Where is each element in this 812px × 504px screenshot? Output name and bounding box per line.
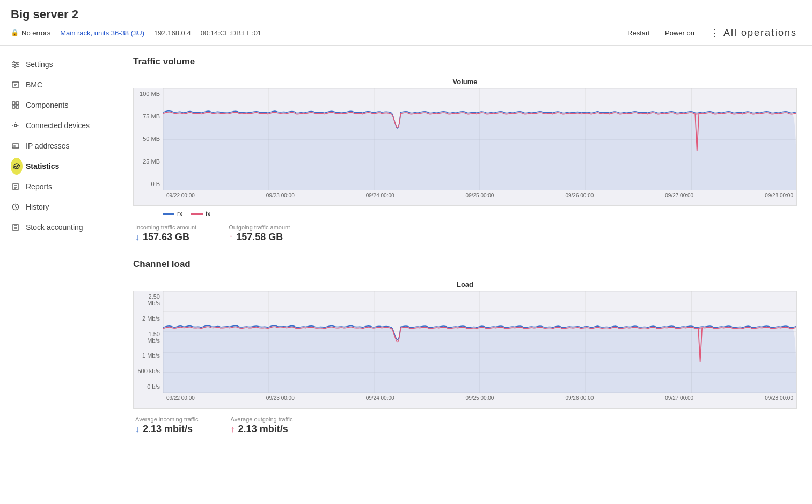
components-icon [11,100,20,110]
restart-button[interactable]: Restart [623,27,654,39]
reports-icon [11,182,20,191]
sidebar-item-bmc[interactable]: BMC [0,75,118,95]
sidebar-item-history[interactable]: History [0,197,118,217]
svg-text:IP: IP [13,145,16,148]
settings-icon [11,60,20,69]
ip-icon: IP [11,141,20,151]
ip-info: 192.168.0.4 [154,29,191,37]
down-arrow-icon: ↓ [135,233,140,242]
sidebar: Settings BMC Comp [0,46,118,504]
sidebar-item-settings[interactable]: Settings [0,54,118,75]
svg-rect-9 [12,102,15,105]
incoming-label: Incoming traffic amount [135,224,196,231]
main-content: Traffic volume Volume 100 MB 75 MB 50 MB… [118,46,812,504]
avg-outgoing-value: ↑ 2.13 mbit/s [231,424,293,435]
volume-chart: 100 MB 75 MB 50 MB 25 MB 0 B [133,88,797,206]
volume-x-axis: 09/22 00:00 09/23 00:00 09/24 00:00 09/2… [163,190,796,205]
volume-stats: Incoming traffic amount ↓ 157.63 GB Outg… [133,224,797,243]
channel-load-title: Channel load [133,259,797,270]
volume-plot [163,88,796,190]
mac-info: 00:14:CF:DB:FE:01 [201,29,261,37]
sidebar-label-connected-devices: Connected devices [26,121,90,130]
sidebar-label-components: Components [26,101,68,109]
sidebar-item-reports[interactable]: Reports [0,176,118,197]
lock-icon: 🔒 [11,29,19,36]
svg-rect-11 [12,106,15,108]
avg-incoming-stat: Average incoming traffic ↓ 2.13 mbit/s [135,416,199,435]
outgoing-stat: Outgoing traffic amount ↑ 157.58 GB [229,224,290,243]
sidebar-item-connected-devices[interactable]: Connected devices [0,115,118,136]
avg-incoming-value: ↓ 2.13 mbit/s [135,424,199,435]
tx-line [191,213,203,215]
traffic-volume-title: Traffic volume [133,56,797,67]
avg-incoming-label: Average incoming traffic [135,416,199,423]
more-icon: ⋮ [709,27,720,38]
outgoing-value: ↑ 157.58 GB [229,232,290,243]
sidebar-label-ip-addresses: IP addresses [26,142,69,150]
rx-legend: rx [163,210,182,218]
load-x-axis: 09/22 00:00 09/23 00:00 09/24 00:00 09/2… [163,393,796,408]
volume-y-axis: 100 MB 75 MB 50 MB 25 MB 0 B [134,88,163,189]
rx-line [163,213,174,215]
sidebar-item-components[interactable]: Components [0,95,118,115]
svg-point-13 [14,124,17,127]
sidebar-label-history: History [26,203,49,211]
svg-rect-12 [16,106,19,108]
bmc-icon [11,80,20,90]
sidebar-label-bmc: BMC [26,80,42,89]
sidebar-label-statistics: Statistics [26,162,59,171]
sidebar-label-stock-accounting: Stock accounting [26,223,83,232]
status-badge: 🔒 No errors [11,29,50,37]
volume-legend: rx tx [133,210,797,218]
incoming-value: ↓ 157.63 GB [135,232,196,243]
page-title: Big server 2 [11,8,801,21]
svg-rect-10 [16,102,19,105]
outgoing-label: Outgoing traffic amount [229,224,290,231]
sidebar-item-stock-accounting[interactable]: Stock accounting [0,217,118,238]
sidebar-label-reports: Reports [26,182,52,191]
volume-chart-title: Volume [133,75,797,88]
svg-rect-6 [12,82,19,87]
down-arrow-icon-2: ↓ [135,425,140,434]
up-arrow-icon-2: ↑ [231,425,235,434]
history-icon [11,202,20,212]
tx-legend: tx [191,210,210,218]
load-chart: 2.50 Mb/s 2 Mb/s 1.50 Mb/s 1 Mb/s 500 kb… [133,291,797,409]
incoming-stat: Incoming traffic amount ↓ 157.63 GB [135,224,196,243]
load-chart-title: Load [133,277,797,291]
sidebar-item-statistics[interactable]: Statistics [0,156,118,176]
all-operations-button[interactable]: ⋮ All operations [705,25,801,41]
sidebar-label-settings: Settings [26,60,53,69]
svg-point-5 [14,66,16,68]
load-y-axis: 2.50 Mb/s 2 Mb/s 1.50 Mb/s 1 Mb/s 500 kb… [134,291,163,392]
statistics-icon [11,161,20,171]
avg-outgoing-stat: Average outgoing traffic ↑ 2.13 mbit/s [231,416,293,435]
traffic-volume-section: Traffic volume Volume 100 MB 75 MB 50 MB… [133,56,797,243]
load-plot [163,291,796,393]
channel-load-section: Channel load Load 2.50 Mb/s 2 Mb/s 1.50 … [133,259,797,435]
up-arrow-icon: ↑ [229,233,233,242]
location-info: Main rack, units 36-38 (3U) [60,29,144,37]
sidebar-item-ip-addresses[interactable]: IP IP addresses [0,136,118,156]
svg-point-3 [13,62,15,63]
load-stats: Average incoming traffic ↓ 2.13 mbit/s A… [133,416,797,435]
connected-devices-icon [11,121,20,130]
svg-point-4 [16,64,18,65]
stock-icon [11,223,20,232]
avg-outgoing-label: Average outgoing traffic [231,416,293,423]
power-on-button[interactable]: Power on [661,27,699,39]
